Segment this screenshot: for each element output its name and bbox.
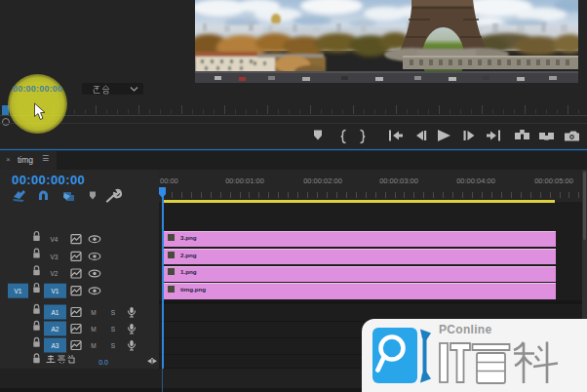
svg-text:M: M [91,326,96,333]
svg-text:V4: V4 [51,236,59,243]
svg-text:M: M [91,309,96,316]
svg-text:M: M [91,342,96,349]
svg-text:S: S [111,326,116,333]
svg-text:V1: V1 [15,288,22,294]
svg-text:A1: A1 [52,309,59,316]
svg-text:S: S [111,309,116,316]
svg-text:A2: A2 [52,326,59,333]
svg-text:A3: A3 [52,342,59,349]
svg-text:S: S [111,342,116,349]
svg-text:0.0: 0.0 [98,359,108,366]
svg-text:V3: V3 [51,254,59,260]
svg-text:V1: V1 [52,288,59,294]
svg-text:V2: V2 [51,270,59,277]
